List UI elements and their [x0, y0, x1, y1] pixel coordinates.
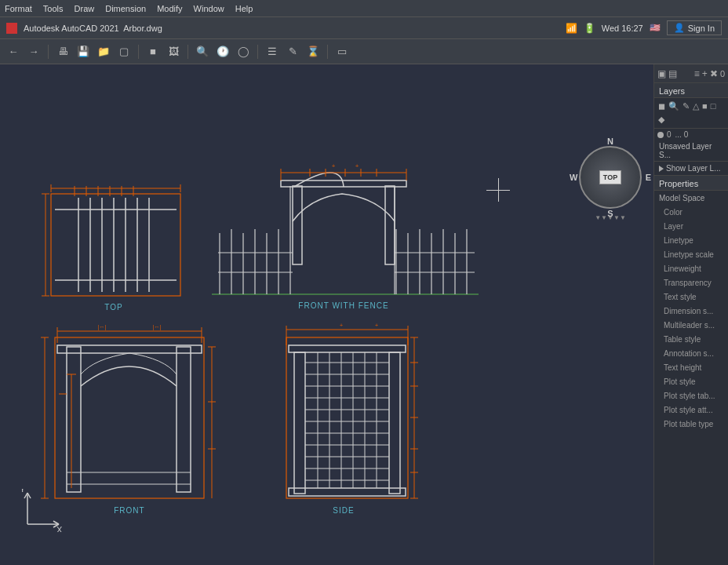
app-logo-icon	[6, 23, 17, 34]
layer-tool-3[interactable]: ✎	[682, 100, 690, 112]
front-fence-label: FRONT WITH FENCE	[298, 301, 388, 310]
window-button[interactable]: ▭	[333, 43, 351, 60]
prop-dimstyle: Dimension s...	[654, 304, 728, 318]
prop-tablestyle: Table style	[654, 332, 728, 346]
canvas-area[interactable]: TOP	[0, 64, 653, 565]
menu-bar: Format Tools Draw Dimension Modify Windo…	[0, 0, 728, 17]
show-layer-row[interactable]: Show Layer L...	[654, 162, 728, 176]
layer-tool-4[interactable]: △	[692, 100, 700, 112]
forward-button[interactable]: →	[25, 43, 42, 60]
menu-modify[interactable]: Modify	[157, 4, 182, 13]
panel-icon-5[interactable]: ✖	[710, 68, 718, 79]
pan-button[interactable]: 🕐	[214, 43, 231, 60]
svg-text:|↔|: |↔|	[153, 324, 162, 330]
sign-in-button[interactable]: 👤 Sign In	[667, 20, 722, 35]
menu-tools[interactable]: Tools	[43, 4, 64, 13]
layers-toolbar: ◼ 🔍 ✎ △ ■ □ ◆	[654, 98, 728, 129]
svg-text:+: +	[340, 323, 343, 328]
svg-rect-58	[177, 347, 191, 492]
model-space-label: Model Space	[659, 194, 723, 202]
side-view-label: SIDE	[333, 506, 354, 515]
layer-tool-2[interactable]: 🔍	[668, 100, 680, 112]
panel-icon-2[interactable]: ▤	[668, 68, 677, 79]
menu-format[interactable]: Format	[5, 4, 32, 13]
wifi-icon: 📶	[566, 23, 577, 34]
prop-plottable-type: Plot table type	[654, 417, 728, 431]
front-fence-view: + +	[212, 162, 479, 294]
front-view: |↔| |↔|	[41, 324, 216, 498]
properties-rows: Color Layer Linetype Linetype scale Line…	[654, 205, 728, 431]
panel-top-row: ▣ ▤ ≡ + ✖ 0	[654, 64, 728, 83]
match-button[interactable]: ⌛	[304, 43, 322, 60]
layer-number: 0	[667, 130, 672, 139]
prop-lineweight: Lineweight	[654, 261, 728, 275]
svg-rect-25	[293, 186, 302, 264]
title-bar: Autodesk AutoCAD 2021 Arbor.dwg 📶 🔋 Wed …	[0, 17, 728, 39]
show-layer-label: Show Layer L...	[666, 164, 720, 173]
panel-icon-6[interactable]: 0	[720, 69, 725, 78]
panel-icon-3[interactable]: ≡	[694, 68, 700, 79]
show-layer-triangle-icon	[659, 166, 664, 172]
layer-tool-5[interactable]: ■	[701, 100, 708, 112]
save-button[interactable]: 💾	[75, 43, 92, 60]
svg-rect-78	[289, 345, 406, 352]
new-button[interactable]: ▢	[115, 43, 133, 60]
svg-rect-80	[389, 352, 400, 494]
battery-icon: 🔋	[584, 23, 595, 34]
prop-multileader: Multileader s...	[654, 318, 728, 332]
layer-tool-7[interactable]: ◆	[657, 114, 665, 126]
compass-west: W	[570, 173, 577, 182]
flag-icon: 🇺🇸	[650, 23, 661, 33]
toolbar-separator-4	[257, 45, 258, 59]
right-panel: ▣ ▤ ≡ + ✖ 0 Layers ◼ 🔍 ✎ △ ■ □ ◆ 0 ... 0	[653, 64, 728, 565]
layer-tool-6[interactable]: □	[710, 100, 717, 112]
menu-help[interactable]: Help	[235, 4, 253, 13]
compass-east: E	[646, 173, 651, 182]
title-bar-left: Autodesk AutoCAD 2021 Arbor.dwg	[6, 23, 162, 34]
print-button[interactable]: 🖶	[54, 43, 71, 60]
svg-rect-26	[385, 186, 395, 264]
top-view	[42, 184, 180, 296]
title-bar-right: 📶 🔋 Wed 16:27 🇺🇸 👤 Sign In	[566, 20, 722, 35]
zoom-button[interactable]: 🔍	[194, 43, 211, 60]
compass: N S E W TOP ▼▼▼▼▼	[575, 135, 646, 221]
layer-button[interactable]: ☰	[264, 43, 281, 60]
y-axis-label: Y	[20, 489, 26, 494]
properties-button[interactable]: ✎	[284, 43, 301, 60]
plot-button[interactable]: 🖼	[165, 43, 182, 60]
prop-plotstyle-tab: Plot style tab...	[654, 388, 728, 403]
prop-textheight: Text height	[654, 360, 728, 374]
menu-dimension[interactable]: Dimension	[105, 4, 146, 13]
svg-text:|↔|: |↔|	[98, 324, 107, 330]
panel-icon-1[interactable]: ▣	[657, 68, 666, 79]
open-button[interactable]: 📁	[95, 43, 112, 60]
orbit-button[interactable]: ◯	[235, 43, 252, 60]
x-axis-label: X	[56, 525, 63, 532]
prop-linetype: Linetype	[654, 233, 728, 247]
axis-indicator: Y X	[16, 489, 63, 534]
menu-window[interactable]: Window	[194, 4, 224, 13]
publish-button[interactable]: ■	[144, 43, 162, 60]
crosshair	[486, 178, 510, 202]
toolbar: ← → 🖶 💾 📁 ▢ ■ 🖼 🔍 🕐 ◯ ☰ ✎ ⌛ ▭	[0, 39, 728, 64]
panel-icon-4[interactable]: +	[702, 68, 708, 79]
svg-rect-79	[294, 352, 305, 494]
layer-dots-indicator: ... 0	[675, 130, 689, 139]
side-view: + +	[286, 323, 418, 498]
top-view-label: TOP	[104, 303, 122, 312]
menu-draw[interactable]: Draw	[75, 4, 95, 13]
back-button[interactable]: ←	[5, 43, 22, 60]
svg-rect-81	[289, 488, 406, 496]
model-space-row: Model Space	[654, 191, 728, 205]
compass-south: S	[607, 209, 613, 218]
prop-linetype-scale: Linetype scale	[654, 247, 728, 261]
compass-circle: N S E W TOP	[579, 146, 642, 209]
layer-tool-1[interactable]: ◼	[657, 100, 666, 112]
front-view-label: FRONT	[114, 506, 144, 515]
prop-textstyle: Text style	[654, 290, 728, 304]
toolbar-separator-2	[138, 45, 139, 59]
prop-plotstyle-att: Plot style att...	[654, 403, 728, 417]
svg-text:+: +	[375, 323, 378, 328]
svg-rect-56	[55, 337, 204, 498]
compass-top-button[interactable]: TOP	[599, 170, 621, 184]
